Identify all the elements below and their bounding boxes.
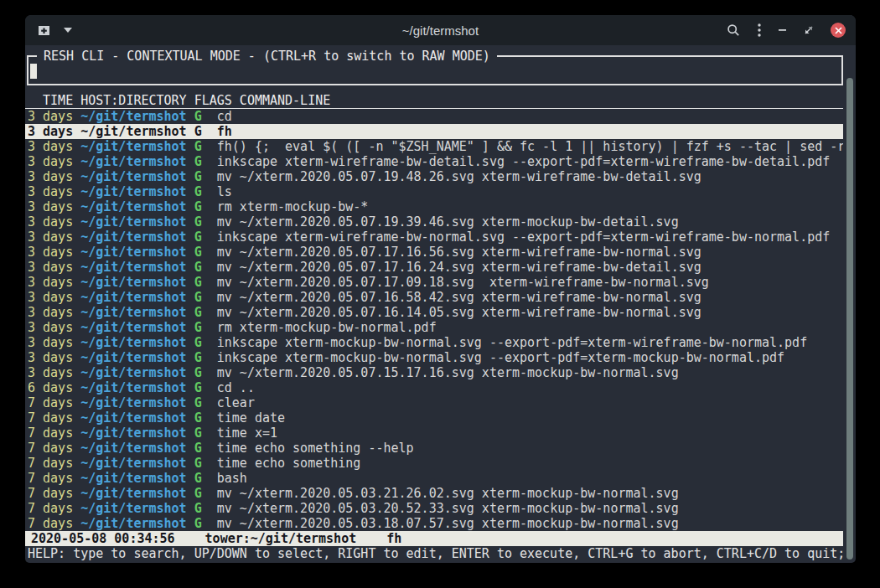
time-cell: 3 days [28,139,73,154]
terminal-window: ~/git/termshot [25,15,856,563]
flags-cell: G [194,305,202,320]
time-cell: 3 days [28,245,73,260]
table-row[interactable]: 7 days ~/git/termshot G bash [25,471,843,486]
table-row[interactable]: 7 days ~/git/termshot G mv ~/xterm.2020.… [25,501,843,516]
close-button[interactable] [831,23,846,38]
host-directory-cell: ~/git/termshot [80,501,186,516]
new-tab-button[interactable] [36,23,52,38]
host-directory-cell: ~/git/termshot [80,124,186,139]
command-cell: mv ~/xterm.2020.05.07.17.09.18.svg xterm… [217,275,709,290]
host-directory-cell: ~/git/termshot [80,305,186,320]
minimize-button[interactable] [779,28,787,32]
table-row[interactable]: 3 days ~/git/termshot G fh() {; eval $( … [25,139,843,154]
status-host-dir: tower:~/git/termshot [205,531,357,546]
table-row[interactable]: 7 days ~/git/termshot G clear [25,395,843,410]
time-cell: 3 days [28,350,73,365]
command-cell: fh() {; eval $( ([ -n "$ZSH_NAME" ] && f… [217,139,843,154]
time-cell: 3 days [28,199,73,214]
flags-cell: G [194,426,202,441]
host-directory-cell: ~/git/termshot [80,380,186,395]
command-cell: cd [217,109,232,124]
time-cell: 3 days [28,124,73,139]
table-row[interactable]: 3 days ~/git/termshot G mv ~/xterm.2020.… [25,305,843,320]
search-button[interactable] [727,23,740,37]
command-cell: inkscape xterm-mockup-bw-normal.svg --ex… [217,335,807,350]
time-cell: 3 days [28,335,73,350]
menu-button[interactable] [758,23,761,37]
table-row[interactable]: 3 days ~/git/termshot G cd [25,109,843,124]
time-cell: 7 days [28,410,73,426]
flags-cell: G [194,124,202,139]
chevron-down-icon [64,28,72,33]
status-datetime: 2020-05-08 00:34:56 [31,531,175,546]
scrollbar[interactable] [846,78,853,560]
command-cell: inkscape xterm-wireframe-bw-normal.svg -… [217,230,831,245]
table-row[interactable]: 3 days ~/git/termshot G rm xterm-mockup-… [25,320,843,335]
table-row[interactable]: 3 days ~/git/termshot G mv ~/xterm.2020.… [25,214,843,230]
resh-box-title: RESH CLI - CONTEXTUAL MODE - (CTRL+R to … [37,49,497,64]
text-cursor [30,64,37,79]
flags-cell: G [194,154,202,169]
host-directory-cell: ~/git/termshot [80,169,186,184]
flags-cell: G [194,456,202,471]
time-cell: 3 days [28,230,73,245]
table-row[interactable]: 3 days ~/git/termshot G inkscape xterm-m… [25,335,843,350]
flags-cell: G [194,395,202,410]
screenshot-root: ~/git/termshot [0,0,880,588]
table-row[interactable]: 7 days ~/git/termshot G time echo someth… [25,441,843,456]
table-row[interactable]: 7 days ~/git/termshot G time x=1 [25,426,843,441]
host-directory-cell: ~/git/termshot [80,275,186,290]
command-cell: mv ~/xterm.2020.05.07.17.16.56.svg xterm… [217,245,701,260]
host-directory-cell: ~/git/termshot [80,139,186,154]
table-row[interactable]: 7 days ~/git/termshot G mv ~/xterm.2020.… [25,486,843,501]
time-cell: 3 days [28,305,73,320]
table-row[interactable]: 7 days ~/git/termshot G mv ~/xterm.2020.… [25,516,843,531]
table-row[interactable]: 3 days ~/git/termshot G inkscape xterm-w… [25,154,843,169]
flags-cell: G [194,169,202,184]
command-cell: mv ~/xterm.2020.05.07.19.48.26.svg xterm… [217,169,701,184]
table-row[interactable]: 3 days ~/git/termshot G inkscape xterm-m… [25,350,843,365]
table-row[interactable]: 3 days ~/git/termshot G mv ~/xterm.2020.… [25,245,843,260]
dash-icon [779,28,787,32]
tab-dropdown-button[interactable] [64,28,72,33]
flags-cell: G [194,290,202,305]
table-row[interactable]: 3 days ~/git/termshot G fh [25,124,843,139]
flags-cell: G [194,441,202,456]
host-directory-cell: ~/git/termshot [80,486,186,501]
table-row[interactable]: 7 days ~/git/termshot G time date [25,410,843,426]
command-cell: ls [217,184,232,199]
time-cell: 3 days [28,275,73,290]
command-cell: rm xterm-mockup-bw-normal.pdf [217,320,437,335]
time-cell: 7 days [28,456,73,471]
flags-cell: G [194,230,202,245]
host-directory-cell: ~/git/termshot [80,109,186,124]
table-row[interactable]: 7 days ~/git/termshot G time echo someth… [25,456,843,471]
table-row[interactable]: 3 days ~/git/termshot G inkscape xterm-w… [25,230,843,245]
table-row[interactable]: 3 days ~/git/termshot G mv ~/xterm.2020.… [25,275,843,290]
host-directory-cell: ~/git/termshot [80,395,186,410]
host-directory-cell: ~/git/termshot [80,456,186,471]
flags-cell: G [194,335,202,350]
time-cell: 7 days [28,441,73,456]
history-rows: 3 days ~/git/termshot G cd3 days ~/git/t… [25,109,856,531]
command-cell: bash [217,471,247,486]
host-directory-cell: ~/git/termshot [80,441,186,456]
restore-button[interactable] [805,26,813,34]
flags-cell: G [194,260,202,275]
command-cell: fh [217,124,232,139]
table-row[interactable]: 3 days ~/git/termshot G mv ~/xterm.2020.… [25,290,843,305]
time-cell: 3 days [28,214,73,230]
table-row[interactable]: 6 days ~/git/termshot G cd .. [25,380,843,395]
time-cell: 3 days [28,260,73,275]
time-cell: 3 days [28,290,73,305]
magnifier-icon [727,23,740,37]
table-row[interactable]: 3 days ~/git/termshot G mv ~/xterm.2020.… [25,260,843,275]
search-input[interactable]: RESH CLI - CONTEXTUAL MODE - (CTRL+R to … [27,55,843,85]
table-row[interactable]: 3 days ~/git/termshot G mv ~/xterm.2020.… [25,169,843,184]
table-row[interactable]: 3 days ~/git/termshot G ls [25,184,843,199]
time-cell: 3 days [28,365,73,380]
flags-cell: G [194,380,202,395]
host-directory-cell: ~/git/termshot [80,365,186,380]
table-row[interactable]: 3 days ~/git/termshot G rm xterm-mockup-… [25,199,843,214]
table-row[interactable]: 3 days ~/git/termshot G mv ~/xterm.2020.… [25,365,843,380]
